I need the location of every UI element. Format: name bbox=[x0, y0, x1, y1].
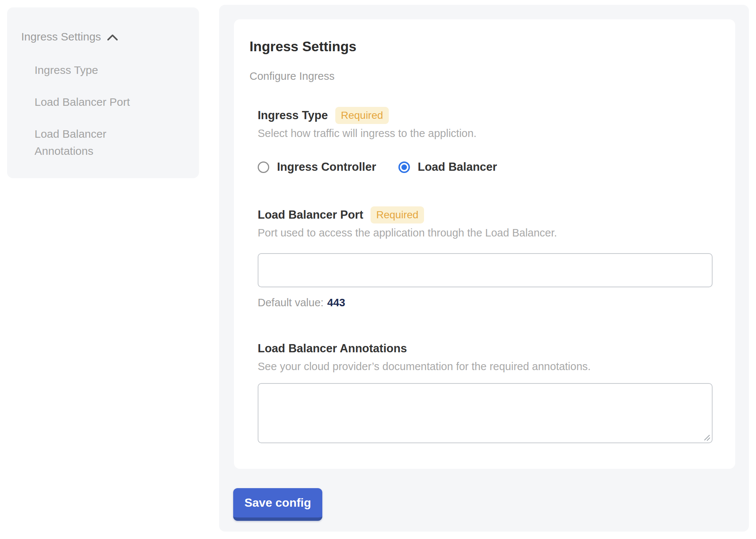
radio-button-load-balancer[interactable] bbox=[398, 161, 410, 173]
section-ingress-type: Ingress Type Required Select how traffic… bbox=[258, 107, 711, 174]
radio-label-load-balancer: Load Balancer bbox=[418, 160, 497, 174]
load-balancer-annotations-label: Load Balancer Annotations bbox=[258, 342, 407, 355]
sidebar-item-load-balancer-annotations[interactable]: Load Balancer Annotations bbox=[35, 125, 153, 160]
textarea-resize-handle-icon[interactable] bbox=[703, 434, 711, 441]
default-value-label: Default value: bbox=[258, 297, 323, 308]
save-config-button[interactable]: Save config bbox=[233, 488, 322, 521]
page-title: Ingress Settings bbox=[250, 39, 720, 55]
sidebar-section-ingress-settings[interactable]: Ingress Settings bbox=[21, 29, 185, 45]
default-value-row: Default value:443 bbox=[258, 295, 711, 310]
page-subtitle: Configure Ingress bbox=[250, 69, 720, 83]
default-value-number: 443 bbox=[327, 297, 345, 308]
load-balancer-port-help: Port used to access the application thro… bbox=[258, 226, 711, 240]
radio-button-ingress-controller[interactable] bbox=[258, 161, 269, 173]
sidebar-item-ingress-type[interactable]: Ingress Type bbox=[35, 62, 153, 79]
radio-option-ingress-controller[interactable]: Ingress Controller bbox=[258, 160, 376, 174]
ingress-settings-card: Ingress Settings Configure Ingress Ingre… bbox=[234, 19, 735, 469]
section-load-balancer-port: Load Balancer Port Required Port used to… bbox=[258, 206, 711, 310]
ingress-type-label: Ingress Type bbox=[258, 109, 328, 122]
settings-sidebar: Ingress Settings Ingress Type Load Balan… bbox=[7, 7, 199, 178]
sidebar-item-load-balancer-port[interactable]: Load Balancer Port bbox=[35, 94, 153, 111]
sidebar-item-list: Ingress Type Load Balancer Port Load Bal… bbox=[21, 62, 185, 160]
radio-label-ingress-controller: Ingress Controller bbox=[277, 160, 376, 174]
required-badge: Required bbox=[371, 206, 424, 223]
ingress-type-radio-group: Ingress Controller Load Balancer bbox=[258, 160, 711, 174]
chevron-up-icon bbox=[107, 34, 118, 41]
load-balancer-annotations-help: See your cloud provider’s documentation … bbox=[258, 359, 711, 373]
form-sections: Ingress Type Required Select how traffic… bbox=[258, 107, 711, 443]
section-load-balancer-annotations: Load Balancer Annotations See your cloud… bbox=[258, 340, 711, 443]
load-balancer-port-input[interactable] bbox=[258, 253, 713, 287]
sidebar-section-label: Ingress Settings bbox=[21, 29, 101, 45]
ingress-type-help: Select how traffic will ingress to the a… bbox=[258, 126, 711, 140]
required-badge: Required bbox=[335, 107, 389, 124]
ingress-settings-panel: Ingress Settings Configure Ingress Ingre… bbox=[219, 5, 749, 532]
load-balancer-port-label: Load Balancer Port bbox=[258, 208, 363, 222]
radio-option-load-balancer[interactable]: Load Balancer bbox=[398, 160, 497, 174]
load-balancer-annotations-textarea[interactable] bbox=[258, 383, 713, 443]
